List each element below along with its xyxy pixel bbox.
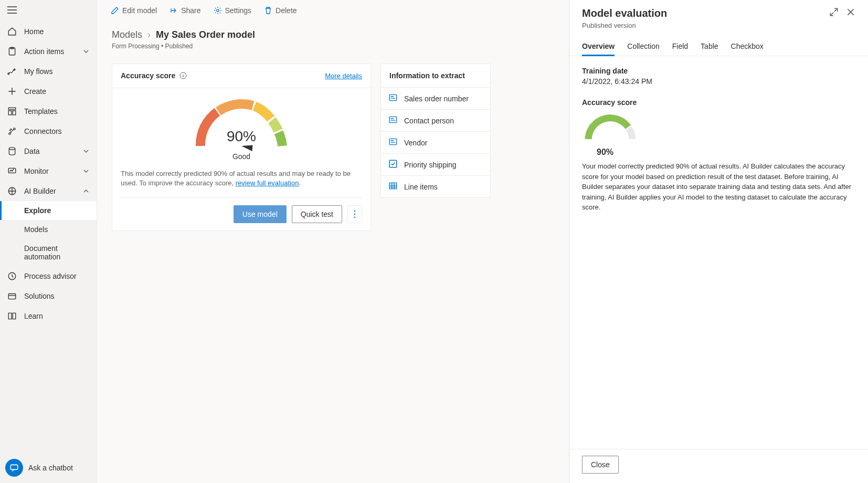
svg-point-20 — [354, 217, 356, 218]
nav-connectors[interactable]: Connectors — [0, 121, 97, 141]
info-extract-item-label: Priority shipping — [404, 161, 457, 169]
nav-process-advisor[interactable]: Process advisor — [0, 266, 97, 286]
info-extract-item[interactable]: Sales order number — [381, 87, 490, 109]
model-evaluation-panel: Model evaluation Published version Overv… — [569, 0, 868, 483]
nav-models[interactable]: Models — [0, 220, 97, 239]
nav-solutions[interactable]: Solutions — [0, 286, 97, 306]
panel-accuracy-title: Accuracy score — [582, 98, 855, 107]
breadcrumb-root[interactable]: Models — [112, 29, 142, 40]
svg-rect-5 — [8, 111, 12, 115]
nav-monitor[interactable]: Monitor — [0, 161, 97, 181]
nav-models-label: Models — [24, 225, 89, 234]
main: Edit model Share Settings Delete Models … — [97, 0, 569, 483]
panel-accuracy-percent: 90% — [582, 148, 855, 157]
info-extract-item-label: Contact person — [404, 117, 454, 125]
share-button[interactable]: Share — [166, 4, 204, 17]
sidebar: Home Action items My flows Create Templa… — [0, 0, 97, 483]
nav-action-items[interactable]: Action items — [0, 41, 97, 61]
close-icon[interactable] — [846, 7, 855, 17]
panel-tab-collection[interactable]: Collection — [627, 42, 659, 56]
close-button[interactable]: Close — [582, 456, 619, 474]
ai-builder-icon — [7, 186, 17, 196]
svg-point-9 — [9, 148, 15, 150]
edit-model-label: Edit model — [122, 6, 157, 15]
nav-learn-label: Learn — [24, 312, 89, 320]
delete-button[interactable]: Delete — [261, 4, 300, 17]
info-extract-item[interactable]: Line items — [381, 175, 490, 197]
svg-point-19 — [354, 214, 356, 215]
nav-explore[interactable]: Explore — [0, 201, 97, 220]
settings-button[interactable]: Settings — [210, 4, 255, 17]
info-extract-card: Information to extract Sales order numbe… — [380, 64, 491, 198]
nav-home[interactable]: Home — [0, 22, 97, 41]
info-extract-item[interactable]: Contact person — [381, 109, 490, 131]
chevron-up-icon — [83, 188, 89, 194]
process-advisor-icon — [7, 271, 17, 281]
info-extract-title: Information to extract — [381, 64, 490, 87]
share-label: Share — [181, 6, 200, 15]
svg-rect-21 — [389, 94, 397, 100]
panel-tab-field[interactable]: Field — [672, 42, 688, 56]
breadcrumb-separator: › — [147, 29, 151, 40]
svg-point-18 — [354, 211, 356, 212]
database-icon — [7, 146, 17, 156]
pencil-icon — [111, 6, 119, 15]
accuracy-percent: 90% — [190, 128, 293, 145]
more-vertical-icon — [354, 210, 356, 218]
nav-solutions-label: Solutions — [24, 292, 89, 300]
info-extract-item-label: Line items — [404, 183, 438, 191]
quick-test-button[interactable]: Quick test — [292, 205, 342, 223]
chatbot-icon — [5, 459, 23, 477]
nav-create-label: Create — [24, 87, 89, 96]
nav-templates-label: Templates — [24, 107, 89, 116]
hamburger-icon — [7, 6, 17, 14]
nav-templates[interactable]: Templates — [0, 101, 97, 121]
hamburger-menu[interactable] — [0, 0, 97, 22]
info-icon[interactable] — [179, 72, 187, 79]
settings-label: Settings — [225, 6, 252, 15]
nav-document-automation[interactable]: Document automation — [0, 239, 97, 266]
nav-action-items-label: Action items — [24, 47, 83, 56]
accuracy-description: This model correctly predicted 90% of ac… — [112, 163, 371, 190]
panel-subtitle: Published version — [582, 22, 667, 29]
expand-icon[interactable] — [829, 7, 839, 17]
chatbot-label: Ask a chatbot — [28, 464, 73, 472]
panel-tab-overview[interactable]: Overview — [582, 42, 615, 56]
chatbot-launcher[interactable]: Ask a chatbot — [0, 453, 97, 483]
nav-create[interactable]: Create — [0, 81, 97, 101]
nav-connectors-label: Connectors — [24, 127, 89, 135]
panel-tab-table[interactable]: Table — [701, 42, 718, 56]
svg-rect-24 — [389, 160, 397, 167]
use-model-button[interactable]: Use model — [234, 205, 287, 223]
panel-title: Model evaluation — [582, 7, 667, 19]
text-field-icon — [388, 93, 398, 104]
info-extract-item[interactable]: Priority shipping — [381, 153, 490, 175]
nav-my-flows[interactable]: My flows — [0, 61, 97, 81]
panel-tab-checkbox[interactable]: Checkbox — [731, 42, 764, 56]
edit-model-button[interactable]: Edit model — [108, 4, 160, 17]
svg-point-8 — [14, 128, 15, 130]
solutions-icon — [7, 291, 17, 301]
nav-document-automation-label: Document automation — [24, 244, 89, 261]
panel-tabs: OverviewCollectionFieldTableCheckbox — [569, 34, 868, 56]
review-evaluation-link[interactable]: review full evaluation — [236, 179, 299, 187]
nav-data-label: Data — [24, 147, 83, 155]
check-field-icon — [388, 159, 398, 170]
text-field-icon — [388, 115, 398, 126]
svg-rect-4 — [8, 108, 16, 109]
svg-rect-22 — [389, 117, 397, 122]
more-actions-button[interactable] — [347, 205, 362, 223]
more-details-link[interactable]: More details — [325, 72, 362, 80]
home-icon — [7, 27, 17, 36]
chevron-down-icon — [83, 48, 89, 55]
nav-ai-builder[interactable]: AI Builder — [0, 181, 97, 201]
info-extract-item[interactable]: Vendor — [381, 131, 490, 153]
clipboard-icon — [7, 47, 17, 56]
nav-data[interactable]: Data — [0, 141, 97, 161]
svg-point-7 — [9, 133, 10, 134]
training-date-value: 4/1/2022, 6:43:24 PM — [582, 77, 855, 86]
info-extract-item-label: Vendor — [404, 139, 427, 147]
nav-learn[interactable]: Learn — [0, 306, 97, 326]
accuracy-rating-label: Good — [232, 152, 250, 161]
monitor-icon — [7, 166, 17, 176]
